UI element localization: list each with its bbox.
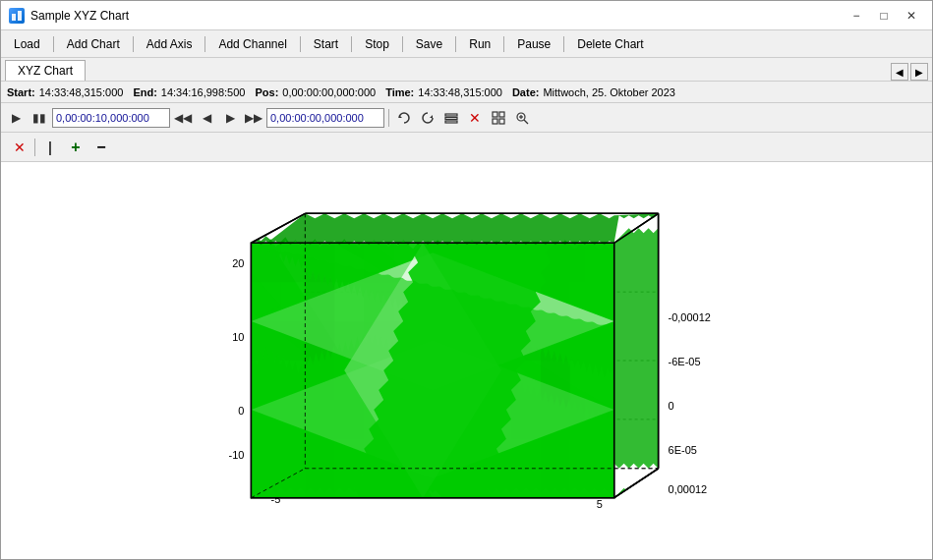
svg-rect-3 [445, 117, 457, 119]
stop-marker-button[interactable]: ✕ [464, 107, 486, 129]
start-label: Start: [7, 86, 35, 98]
z-label-3: 0 [669, 400, 674, 412]
info-date: Date: Mittwoch, 25. Oktober 2023 [512, 86, 675, 98]
window-controls: − □ ✕ [844, 6, 924, 26]
chart-data-surface [251, 213, 658, 497]
info-pos: Pos: 0,00:00:00,000:000 [255, 86, 376, 98]
chart-area: 20 10 0 -10 -5 5 -0,00012 -6E-05 0 6E-05… [1, 162, 932, 559]
svg-rect-4 [445, 121, 457, 123]
reload-button[interactable] [417, 107, 438, 129]
play-button[interactable]: ▶ [5, 107, 27, 129]
date-label: Date: [512, 86, 540, 98]
add-button[interactable]: + [65, 137, 87, 158]
menu-sep-1 [53, 36, 54, 52]
menu-stop[interactable]: Stop [356, 33, 398, 55]
svg-rect-1 [18, 11, 22, 21]
menu-add-chart[interactable]: Add Chart [58, 33, 129, 55]
menu-bar: Load Add Chart Add Axis Add Channel Star… [1, 30, 932, 58]
title-bar: Sample XYZ Chart − □ ✕ [1, 1, 932, 30]
menu-sep-9 [563, 36, 564, 52]
menu-save[interactable]: Save [407, 33, 451, 55]
action-sep [34, 139, 35, 156]
go-end-button[interactable]: ▶▶ [243, 107, 264, 129]
menu-sep-6 [402, 36, 403, 52]
app-icon [9, 8, 25, 24]
menu-run[interactable]: Run [460, 33, 499, 55]
y-label-minus10: -10 [229, 449, 245, 461]
step-back-button[interactable]: ◀ [196, 107, 217, 129]
playback-toolbar: ▶ ▮▮ ◀◀ ◀ ▶ ▶▶ ✕ [1, 103, 932, 133]
close-button[interactable]: ✕ [899, 6, 924, 26]
xyz-chart-canvas[interactable]: 20 10 0 -10 -5 5 -0,00012 -6E-05 0 6E-05… [1, 162, 932, 559]
svg-rect-0 [12, 14, 16, 21]
pos-input[interactable] [266, 108, 384, 128]
menu-sep-4 [300, 36, 301, 52]
menu-sep-5 [351, 36, 352, 52]
remove-button[interactable]: − [90, 137, 112, 158]
minimize-button[interactable]: − [844, 6, 869, 26]
menu-sep-7 [455, 36, 456, 52]
menu-delete-chart[interactable]: Delete Chart [568, 33, 652, 55]
title-bar-left: Sample XYZ Chart [9, 8, 129, 24]
y-label-0: 0 [238, 405, 244, 417]
zoom-fit-button[interactable] [511, 107, 533, 129]
tab-bar: XYZ Chart ◀ ▶ [1, 58, 932, 82]
svg-rect-5 [493, 112, 497, 117]
svg-rect-7 [493, 119, 497, 124]
step-forward-button[interactable]: ▶ [219, 107, 241, 129]
refresh-button[interactable] [393, 107, 415, 129]
action-bar: ✕ | + − [1, 133, 932, 162]
menu-add-axis[interactable]: Add Axis [138, 33, 202, 55]
end-value: 14:34:16,998:500 [161, 86, 246, 98]
tab-next-button[interactable]: ▶ [910, 63, 928, 81]
menu-pause[interactable]: Pause [508, 33, 559, 55]
info-start: Start: 14:33:48,315:000 [7, 86, 123, 98]
y-label-10: 10 [232, 331, 244, 343]
y-label-20: 20 [232, 257, 244, 269]
go-start-button[interactable]: ◀◀ [172, 107, 194, 129]
info-time: Time: 14:33:48,315:000 [385, 86, 502, 98]
svg-rect-6 [499, 112, 504, 117]
toolbar-sep-1 [388, 109, 389, 127]
window-title: Sample XYZ Chart [30, 9, 129, 23]
svg-rect-2 [445, 114, 457, 116]
date-value: Mittwoch, 25. Oktober 2023 [543, 86, 675, 98]
z-label-2: -6E-05 [669, 356, 701, 367]
z-label-5: 0,00012 [669, 483, 708, 495]
tab-xyz-chart[interactable]: XYZ Chart [5, 60, 86, 81]
pos-label: Pos: [255, 86, 278, 98]
x-label-5: 5 [597, 498, 603, 510]
pos-value: 0,00:00:00,000:000 [282, 86, 376, 98]
menu-load[interactable]: Load [5, 33, 49, 55]
info-end: End: 14:34:16,998:500 [133, 86, 245, 98]
main-window: Sample XYZ Chart − □ ✕ Load Add Chart Ad… [0, 0, 933, 560]
menu-start[interactable]: Start [305, 33, 347, 55]
info-bar: Start: 14:33:48,315:000 End: 14:34:16,99… [1, 82, 932, 103]
menu-add-channel[interactable]: Add Channel [209, 33, 295, 55]
delete-button[interactable]: ✕ [9, 137, 30, 158]
svg-rect-8 [499, 119, 504, 124]
menu-sep-8 [503, 36, 504, 52]
start-value: 14:33:48,315:000 [39, 86, 124, 98]
time-label: Time: [385, 86, 414, 98]
time-range-input[interactable] [52, 108, 170, 128]
tab-navigation: ◀ ▶ [891, 63, 928, 81]
settings-button[interactable] [440, 107, 462, 129]
tab-prev-button[interactable]: ◀ [891, 63, 908, 81]
menu-sep-2 [133, 36, 134, 52]
time-value: 14:33:48,315:000 [418, 86, 502, 98]
maximize-button[interactable]: □ [871, 6, 897, 26]
pause-button[interactable]: ▮▮ [29, 107, 50, 129]
end-label: End: [133, 86, 156, 98]
expand-button[interactable] [488, 107, 509, 129]
menu-sep-3 [204, 36, 205, 52]
svg-line-10 [524, 120, 528, 124]
pipe-button[interactable]: | [39, 137, 61, 158]
z-label-4: 6E-05 [669, 444, 697, 456]
z-label-1: -0,00012 [669, 311, 711, 323]
